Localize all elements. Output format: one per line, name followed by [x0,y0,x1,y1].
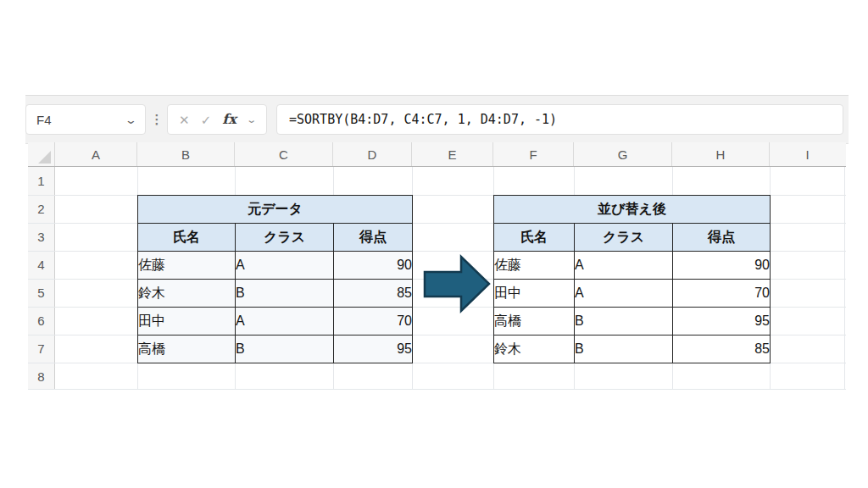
source-table: 元データ 氏名 クラス 得点 佐藤 A 90 鈴木 B 85 田中 A 70 [137,195,413,363]
column-header[interactable]: B [137,142,235,166]
table-row: 佐藤 A 90 [494,252,771,280]
column-header[interactable]: I [770,142,845,166]
more-options-icon[interactable]: ⋮ [151,104,163,135]
insert-function-icon[interactable]: fx [222,113,236,126]
cell[interactable]: 70 [673,280,771,308]
sorted-table: 並び替え後 氏名 クラス 得点 佐藤 A 90 田中 A 70 高橋 B 95 [493,195,771,363]
table-row: 鈴木 B 85 [138,280,413,308]
column-header[interactable]: D [333,142,412,166]
row-header[interactable]: 7 [28,335,54,363]
cell[interactable]: 85 [334,280,413,308]
header-cell[interactable]: 得点 [334,224,413,252]
enter-icon[interactable]: ✓ [201,114,212,126]
table-row: 鈴木 B 85 [494,336,771,363]
right-arrow-icon [425,257,489,311]
cancel-icon[interactable]: ✕ [179,114,190,126]
cell[interactable]: 85 [673,336,771,363]
cell[interactable]: 70 [334,308,413,336]
spreadsheet-app: F4 ⌄ ⋮ ✕ ✓ fx ⌄ =SORTBY(B4:D7, C4:C7, 1,… [28,95,846,390]
cell[interactable]: 高橋 [138,336,236,363]
column-header[interactable]: F [493,142,574,166]
column-header[interactable]: H [672,142,770,166]
fx-dropdown-icon[interactable]: ⌄ [246,115,257,125]
column-header[interactable]: A [55,142,137,166]
row-header[interactable]: 5 [28,279,54,307]
formula-bar: F4 ⌄ ⋮ ✕ ✓ fx ⌄ =SORTBY(B4:D7, C4:C7, 1,… [25,95,849,144]
select-all-icon [38,151,51,164]
name-box[interactable]: F4 ⌄ [25,104,146,135]
formula-input[interactable]: =SORTBY(B4:D7, C4:C7, 1, D4:D7, -1) [276,104,843,135]
table-row: 高橋 B 95 [494,308,771,336]
formula-bar-buttons: ✕ ✓ fx ⌄ [167,104,267,135]
cell[interactable]: B [236,280,334,308]
column-header[interactable]: G [574,142,672,166]
column-header[interactable]: E [412,142,493,166]
row-header[interactable]: 2 [28,195,54,223]
cell[interactable]: B [575,308,673,336]
cell[interactable]: 95 [334,336,413,363]
table-header-row: 氏名 クラス 得点 [138,224,413,252]
table-header-row: 氏名 クラス 得点 [494,224,771,252]
column-header-row: A B C D E F G H I [28,142,846,167]
table-row: 田中 A 70 [494,280,771,308]
select-all-corner[interactable] [28,142,55,166]
cell[interactable]: A [236,308,334,336]
cell[interactable]: 鈴木 [138,280,236,308]
cell[interactable]: A [236,252,334,280]
header-cell[interactable]: 氏名 [494,224,575,252]
row-header[interactable]: 3 [28,223,54,251]
cell[interactable]: 95 [673,308,771,336]
cell[interactable]: 佐藤 [138,252,236,280]
table-row: 高橋 B 95 [138,336,413,363]
cell[interactable]: B [575,336,673,363]
table-title-cell[interactable]: 元データ [138,196,413,224]
formula-text: =SORTBY(B4:D7, C4:C7, 1, D4:D7, -1) [289,112,557,127]
header-cell[interactable]: 得点 [673,224,771,252]
table-row: 佐藤 A 90 [138,252,413,280]
cell[interactable]: A [575,252,673,280]
cell[interactable]: 高橋 [494,308,575,336]
header-cell[interactable]: クラス [236,224,334,252]
cell[interactable]: 90 [334,252,413,280]
cell[interactable]: 田中 [494,280,575,308]
table-title-cell[interactable]: 並び替え後 [494,196,771,224]
name-box-value: F4 [36,113,126,127]
right-arrow-shape[interactable] [422,254,494,315]
cell[interactable]: B [236,336,334,363]
header-cell[interactable]: 氏名 [138,224,236,252]
table-title-row: 元データ [138,196,413,224]
row-header[interactable]: 1 [28,167,54,195]
row-header[interactable]: 8 [28,363,54,391]
name-box-dropdown-icon[interactable]: ⌄ [125,114,137,125]
cell[interactable]: 鈴木 [494,336,575,363]
table-title-row: 並び替え後 [494,196,771,224]
row-header[interactable]: 4 [28,251,54,279]
table-row: 田中 A 70 [138,308,413,336]
row-header[interactable]: 6 [28,307,54,335]
cell[interactable]: 90 [673,252,771,280]
header-cell[interactable]: クラス [575,224,673,252]
gridline [28,389,846,390]
cell[interactable]: A [575,280,673,308]
cell[interactable]: 佐藤 [494,252,575,280]
cell[interactable]: 田中 [138,308,236,336]
column-header[interactable]: C [235,142,333,166]
